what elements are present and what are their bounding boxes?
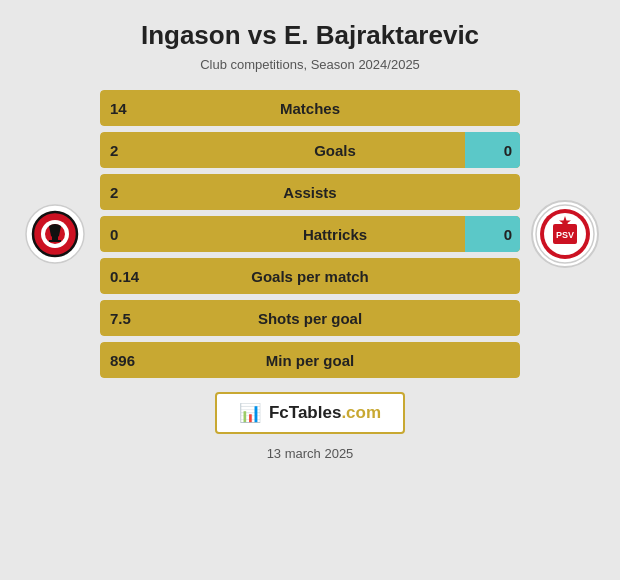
gpm-label: Goals per match [150,268,470,285]
main-content: 14 Matches 2 Goals 0 2 As [10,90,610,378]
fctables-banner: 📊 FcTables.com [215,392,405,434]
stats-section: 14 Matches 2 Goals 0 2 As [100,90,520,378]
stat-row-assists: 2 Assists [100,174,520,210]
page-wrapper: Ingason vs E. Bajraktarevic Club competi… [0,0,620,580]
left-team-logo [10,204,100,264]
spg-left-value: 7.5 [100,310,150,327]
page-subtitle: Club competitions, Season 2024/2025 [200,57,420,72]
fctables-icon: 📊 [239,402,261,424]
page-title: Ingason vs E. Bajraktarevic [141,20,479,51]
right-team-logo: PSV [520,200,610,268]
svg-rect-5 [52,236,58,240]
assists-left-value: 2 [100,184,150,201]
stat-row-goals: 2 Goals 0 [100,132,520,168]
goals-label: Goals [150,142,520,159]
date-footer: 13 march 2025 [267,446,354,461]
stat-row-matches: 14 Matches [100,90,520,126]
fctables-text: FcTables.com [269,403,381,423]
stat-row-hattricks: 0 Hattricks 0 [100,216,520,252]
stat-row-goals-per-match: 0.14 Goals per match [100,258,520,294]
goals-left-value: 2 [100,142,150,159]
mpg-left-value: 896 [100,352,150,369]
stat-row-min-per-goal: 896 Min per goal [100,342,520,378]
hattricks-left-value: 0 [100,226,150,243]
stat-row-shots-per-goal: 7.5 Shots per goal [100,300,520,336]
svg-rect-6 [49,240,61,242]
matches-label: Matches [150,100,470,117]
matches-left-value: 14 [100,100,150,117]
psv-logo-circle: PSV [531,200,599,268]
mpg-label: Min per goal [150,352,470,369]
svg-text:PSV: PSV [556,230,574,240]
spg-label: Shots per goal [150,310,470,327]
assists-label: Assists [150,184,470,201]
hattricks-label: Hattricks [150,226,520,243]
gpm-left-value: 0.14 [100,268,150,285]
